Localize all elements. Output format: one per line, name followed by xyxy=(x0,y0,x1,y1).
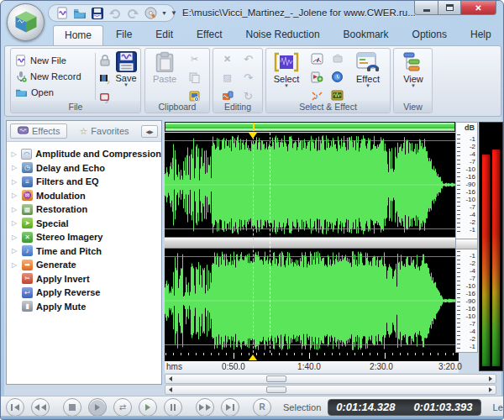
qat-customize-icon[interactable]: ▼ xyxy=(171,9,177,17)
expander-icon[interactable]: ▷ xyxy=(10,192,18,199)
scroll-right-icon[interactable] xyxy=(486,376,496,381)
effect-icon xyxy=(356,51,380,73)
tree-item-delay[interactable]: ▷◷Delay and Echo xyxy=(10,161,161,176)
view-icon xyxy=(402,51,424,73)
disabled-tool-icon[interactable] xyxy=(330,51,344,66)
tree-item-apply-reverse[interactable]: ↩Apply Reverse xyxy=(10,286,161,300)
delay-clock-icon[interactable] xyxy=(330,70,344,84)
horizontal-scrollbar-2[interactable] xyxy=(165,385,496,395)
trim-icon[interactable]: ▨ xyxy=(220,71,234,85)
amplitude-tool-icon[interactable] xyxy=(310,51,324,66)
tree-item-generate[interactable]: ▷➥Generate xyxy=(10,258,161,272)
scroll-left-icon[interactable] xyxy=(165,376,176,381)
waveform-channel-left[interactable] xyxy=(165,133,455,237)
burn-dropdown-icon[interactable]: ▼ xyxy=(161,10,167,16)
redo-edit-icon[interactable]: ↷ xyxy=(241,71,255,85)
tree-item-restoration[interactable]: ▷▦Restoration xyxy=(10,202,161,217)
close-icon: ✕ xyxy=(475,3,481,13)
new-record-button[interactable]: New Record xyxy=(13,68,84,84)
loop-button[interactable]: ⇄ xyxy=(113,398,132,417)
play-button[interactable] xyxy=(88,398,107,417)
play-selection-button[interactable] xyxy=(139,398,157,417)
go-to-start-button[interactable] xyxy=(6,398,24,417)
app-menu-button[interactable] xyxy=(7,3,45,41)
expander-icon[interactable]: ▷ xyxy=(10,247,18,255)
tree-item-time-pitch[interactable]: ▷♪Time and Pitch xyxy=(10,244,161,259)
undo-icon[interactable] xyxy=(108,7,122,20)
expander-icon[interactable]: ▷ xyxy=(10,261,18,269)
time-ruler[interactable]: hms 0:50.0 1:40.0 2:30.0 3:20.0 xyxy=(165,353,459,373)
special-icon: ➤ xyxy=(22,218,33,228)
cursor-head-icon[interactable] xyxy=(249,133,257,139)
ribbon-group-view: View ▼ View xyxy=(393,48,433,113)
select-button[interactable]: Select ▼ xyxy=(268,51,305,88)
tree-item-filters[interactable]: ▷≡Filters and EQ xyxy=(10,175,161,189)
tree-item-apply-invert[interactable]: ✂Apply Invert xyxy=(10,272,161,286)
new-file-button[interactable]: New File xyxy=(13,52,69,68)
tab-file[interactable]: File xyxy=(105,25,143,45)
ruler-ticks xyxy=(165,353,459,361)
expander-icon[interactable]: ▷ xyxy=(10,178,18,186)
burn-disc-icon[interactable] xyxy=(144,7,157,20)
go-to-end-button[interactable] xyxy=(221,398,239,417)
media-tool-icon[interactable] xyxy=(310,70,324,84)
channel-divider[interactable] xyxy=(165,237,455,249)
waveform-channel-right[interactable] xyxy=(165,249,455,353)
open-button[interactable]: Open xyxy=(13,84,56,100)
new-file-icon[interactable] xyxy=(55,7,69,20)
tree-item-stereo[interactable]: ▷✕Stereo Imagery xyxy=(10,230,161,244)
cut-icon[interactable]: ✂ xyxy=(187,52,202,66)
selection-edge-cursor xyxy=(270,133,270,353)
delete-icon[interactable]: ✕ xyxy=(220,52,234,66)
tab-options[interactable]: Options xyxy=(402,25,458,45)
save-icon[interactable] xyxy=(91,7,104,20)
tab-edit[interactable]: Edit xyxy=(144,25,184,45)
tree-item-special[interactable]: ▷➤Special xyxy=(10,217,161,231)
maximize-button[interactable] xyxy=(438,1,461,15)
close-button[interactable]: ✕ xyxy=(461,1,496,15)
expander-icon[interactable]: ▷ xyxy=(10,234,18,241)
scroll-left-icon[interactable] xyxy=(165,387,176,392)
scrollbar-thumb[interactable] xyxy=(266,386,286,393)
minimize-button[interactable] xyxy=(414,1,438,15)
effect-button[interactable]: Effect ▼ xyxy=(349,51,387,88)
video-to-audio-icon[interactable]: ♪ xyxy=(97,71,112,86)
open-icon[interactable] xyxy=(73,7,87,20)
tree-item-apply-mute[interactable]: ▮Apply Mute xyxy=(10,300,161,314)
tab-home[interactable]: Home xyxy=(53,25,103,45)
stop-button[interactable] xyxy=(63,398,81,417)
tab-bookmark[interactable]: Bookmark xyxy=(333,25,400,45)
tab-effect[interactable]: Effect xyxy=(186,25,233,45)
tab-noise-reduction[interactable]: Noise Reduction xyxy=(235,25,331,45)
new-file-icon xyxy=(15,55,27,66)
scroll-right-icon[interactable] xyxy=(486,387,496,392)
expander-icon[interactable]: ▷ xyxy=(10,164,18,171)
record-button[interactable]: R xyxy=(253,398,271,417)
pause-button[interactable] xyxy=(164,398,182,417)
microphone-icon xyxy=(15,71,27,82)
expander-icon[interactable]: ▷ xyxy=(10,150,18,158)
save-button[interactable]: Save ▼ xyxy=(112,51,140,87)
waveform-overview-bar[interactable] xyxy=(165,122,455,132)
redo-icon[interactable] xyxy=(126,7,139,20)
tab-help[interactable]: Help xyxy=(459,25,502,45)
copy-icon[interactable] xyxy=(187,71,202,85)
paste-button[interactable]: Paste xyxy=(148,51,181,84)
horizontal-scrollbar-1[interactable] xyxy=(165,374,496,384)
tree-item-amplitude[interactable]: ▷◠Amplitude and Compression xyxy=(10,147,161,161)
fast-forward-button[interactable] xyxy=(196,398,214,417)
scrollbar-thumb[interactable] xyxy=(266,375,286,382)
tab-effects[interactable]: Effects xyxy=(10,123,67,139)
star-icon: ☆ xyxy=(79,126,87,137)
rewind-button[interactable] xyxy=(31,398,50,417)
close-file-icon[interactable] xyxy=(97,53,112,67)
tree-item-modulation[interactable]: ▷♒Modulation xyxy=(10,189,161,203)
ribbon-tabs: Home File Edit Effect Noise Reduction Bo… xyxy=(1,25,503,45)
undo-edit-icon[interactable]: ↶ xyxy=(241,52,255,66)
expander-icon[interactable]: ▷ xyxy=(10,206,18,213)
tab-effects-label: Effects xyxy=(32,126,60,136)
view-button[interactable]: View ▼ xyxy=(397,51,429,88)
panel-collapse-button[interactable]: ◀▶ xyxy=(141,125,158,138)
tab-favorites[interactable]: ☆ Favorites xyxy=(72,124,135,139)
expander-icon[interactable]: ▷ xyxy=(10,219,18,227)
